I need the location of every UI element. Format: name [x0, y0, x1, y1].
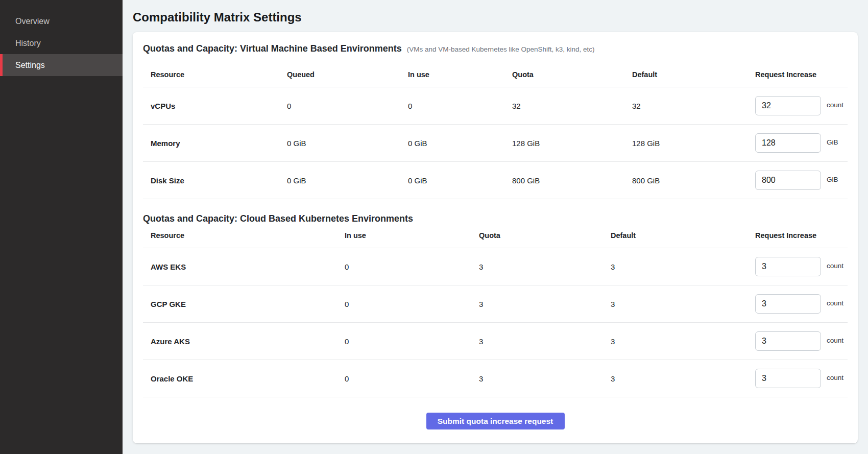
sidebar-item-overview[interactable]: Overview — [0, 10, 123, 32]
main-content: Compatibility Matrix Settings Quotas and… — [123, 0, 868, 454]
quota-value: 800 GiB — [512, 176, 632, 185]
quota-settings-card: Quotas and Capacity: Virtual Machine Bas… — [133, 32, 858, 443]
app-window: Overview History Settings Compatibility … — [0, 0, 868, 454]
in-use-value: 0 GiB — [408, 176, 512, 185]
column-header-in-use: In use — [408, 70, 512, 79]
card-footer: Submit quota increase request — [143, 397, 848, 429]
default-value: 128 GiB — [632, 139, 755, 148]
resource-name: Disk Size — [151, 176, 287, 185]
vm-section-header: Quotas and Capacity: Virtual Machine Bas… — [143, 43, 848, 54]
quota-value: 128 GiB — [512, 139, 632, 148]
queued-value: 0 — [287, 102, 408, 110]
unit-label: GiB — [827, 138, 838, 146]
in-use-value: 0 — [345, 337, 479, 346]
unit-label: count — [827, 299, 843, 307]
sidebar-item-settings[interactable]: Settings — [0, 54, 123, 76]
vm-table-header: Resource Queued In use Quota Default Req… — [143, 67, 848, 87]
column-header-resource: Resource — [151, 70, 287, 79]
resource-name: Memory — [151, 139, 287, 148]
request-increase-input[interactable] — [755, 294, 821, 314]
in-use-value: 0 — [345, 300, 479, 308]
column-header-default: Default — [632, 70, 755, 79]
request-increase-cell: count — [755, 369, 848, 388]
table-row-vcpus: vCPUs 0 0 32 32 count — [143, 87, 848, 125]
quota-value: 3 — [479, 262, 611, 271]
resource-name: Oracle OKE — [151, 374, 345, 383]
table-row-disk-size: Disk Size 0 GiB 0 GiB 800 GiB 800 GiB Gi… — [143, 162, 848, 199]
request-increase-cell: GiB — [755, 171, 848, 190]
resource-name: vCPUs — [151, 102, 287, 110]
default-value: 3 — [611, 300, 755, 308]
default-value: 32 — [632, 102, 755, 110]
unit-label: count — [827, 101, 843, 109]
sidebar-item-label: History — [15, 39, 41, 48]
request-increase-input[interactable] — [755, 331, 821, 351]
table-row-azure-aks: Azure AKS 0 3 3 count — [143, 323, 848, 360]
cloud-section-title: Quotas and Capacity: Cloud Based Kuberne… — [143, 213, 413, 224]
default-value: 3 — [611, 262, 755, 271]
vm-section-subtitle: (VMs and VM-based Kubernetes like OpenSh… — [407, 45, 595, 53]
request-increase-cell: count — [755, 96, 848, 115]
cloud-table-header: Resource In use Quota Default Request In… — [143, 228, 848, 248]
table-row-oracle-oke: Oracle OKE 0 3 3 count — [143, 360, 848, 397]
request-increase-cell: count — [755, 294, 848, 314]
column-header-request-increase: Request Increase — [755, 231, 848, 240]
cloud-section-header: Quotas and Capacity: Cloud Based Kuberne… — [143, 213, 848, 224]
unit-label: GiB — [827, 176, 838, 183]
table-row-aws-eks: AWS EKS 0 3 3 count — [143, 248, 848, 285]
resource-name: Azure AKS — [151, 337, 345, 346]
table-row-gcp-gke: GCP GKE 0 3 3 count — [143, 285, 848, 323]
page-title: Compatibility Matrix Settings — [133, 10, 858, 25]
resource-name: AWS EKS — [151, 262, 345, 271]
default-value: 3 — [611, 374, 755, 383]
sidebar-item-label: Settings — [15, 61, 45, 70]
quota-value: 3 — [479, 337, 611, 346]
column-header-default: Default — [611, 231, 755, 240]
unit-label: count — [827, 262, 843, 270]
request-increase-input[interactable] — [755, 257, 821, 276]
sidebar: Overview History Settings — [0, 0, 123, 454]
column-header-queued: Queued — [287, 70, 408, 79]
column-header-resource: Resource — [151, 231, 345, 240]
unit-label: count — [827, 374, 843, 381]
quota-value: 3 — [479, 374, 611, 383]
request-increase-input[interactable] — [755, 171, 821, 190]
sidebar-item-history[interactable]: History — [0, 32, 123, 54]
column-header-in-use: In use — [345, 231, 479, 240]
vm-section-title: Quotas and Capacity: Virtual Machine Bas… — [143, 43, 402, 54]
request-increase-cell: count — [755, 257, 848, 276]
quota-value: 32 — [512, 102, 632, 110]
default-value: 800 GiB — [632, 176, 755, 185]
column-header-quota: Quota — [479, 231, 611, 240]
table-row-memory: Memory 0 GiB 0 GiB 128 GiB 128 GiB GiB — [143, 125, 848, 162]
request-increase-input[interactable] — [755, 369, 821, 388]
column-header-request-increase: Request Increase — [755, 70, 848, 79]
quota-value: 3 — [479, 300, 611, 308]
unit-label: count — [827, 337, 843, 344]
sidebar-item-label: Overview — [15, 17, 50, 26]
in-use-value: 0 — [345, 262, 479, 271]
queued-value: 0 GiB — [287, 139, 408, 148]
column-header-quota: Quota — [512, 70, 632, 79]
in-use-value: 0 GiB — [408, 139, 512, 148]
request-increase-cell: GiB — [755, 133, 848, 153]
queued-value: 0 GiB — [287, 176, 408, 185]
submit-quota-increase-button[interactable]: Submit quota increase request — [426, 413, 565, 429]
in-use-value: 0 — [345, 374, 479, 383]
default-value: 3 — [611, 337, 755, 346]
resource-name: GCP GKE — [151, 300, 345, 308]
request-increase-input[interactable] — [755, 96, 821, 115]
request-increase-input[interactable] — [755, 133, 821, 153]
in-use-value: 0 — [408, 102, 512, 110]
request-increase-cell: count — [755, 331, 848, 351]
